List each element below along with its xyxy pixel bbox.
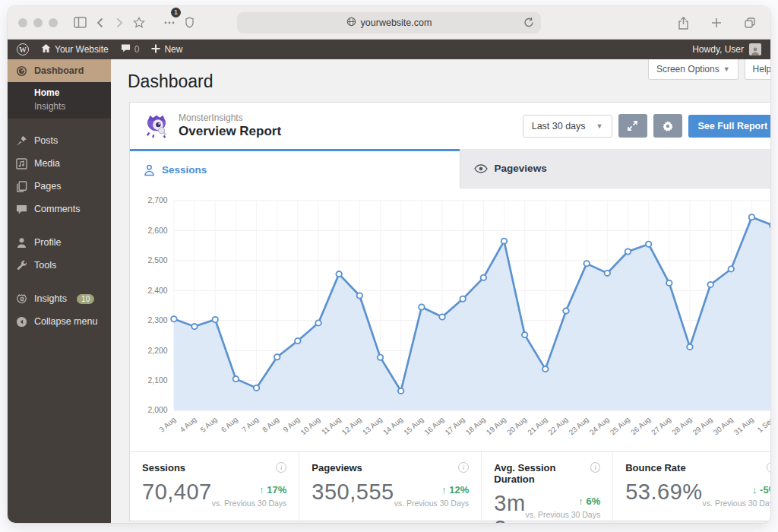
stat-comparison-label: vs. Previous 30 Days [526,510,601,519]
avatar [749,43,761,55]
site-name-label: Your Website [55,44,109,55]
extensions-menu[interactable]: 1 [160,13,179,33]
monsterinsights-icon [15,293,27,305]
bookmark-star-icon[interactable] [129,13,149,33]
sidebar-item-tools[interactable]: Tools [8,254,111,277]
sidebar-item-insights[interactable]: Insights 10 [8,287,111,310]
sidebar-item-dashboard[interactable]: Dashboard [8,59,111,82]
comments-menu[interactable]: 0 [121,43,140,55]
howdy-label: Howdy, User [692,44,744,55]
sidebar-item-label: Comments [34,204,80,214]
wp-admin-bar: W Your Website 0 New Howdy, User [8,40,770,59]
stat-value: 350,555 [312,480,394,508]
sidebar-item-collapse-menu[interactable]: Collapse menu [8,310,111,333]
collapse-icon [15,315,27,328]
svg-text:1 Sep: 1 Sep [755,415,770,434]
tools-icon [15,259,27,271]
tab-pageviews[interactable]: Pageviews [460,149,770,188]
screen-options-button[interactable]: Screen Options ▼ [648,59,738,80]
wordpress-logo-icon: W [17,43,29,55]
screen: 1 yourwebsite.com [0,0,778,532]
sidebar-item-label: Posts [34,135,58,146]
svg-text:24 Aug: 24 Aug [587,415,610,436]
profile-icon [15,236,27,249]
close-window-button[interactable] [18,18,27,27]
info-icon[interactable]: i [458,462,469,473]
address-bar[interactable]: yourwebsite.com [237,12,541,33]
stat-value: 70,407 [142,480,212,508]
minimize-window-button[interactable] [33,18,43,27]
svg-text:22 Aug: 22 Aug [546,415,569,436]
sidebar-item-pages[interactable]: Pages [8,175,111,198]
sidebar-toggle-icon[interactable] [70,13,90,33]
svg-text:25 Aug: 25 Aug [609,415,631,436]
svg-text:2,200: 2,200 [148,347,168,355]
report-settings-button[interactable] [653,114,682,138]
back-icon[interactable] [90,13,109,33]
up-arrow-icon: ↑ [259,484,264,496]
info-icon[interactable]: i [590,462,600,473]
stat-value: 3m 2s [494,491,525,523]
tab-sessions[interactable]: Sessions [130,149,460,188]
stat-comparison-label: vs. Previous 30 Days [212,499,287,508]
wp-logo-menu[interactable]: W [17,43,29,55]
site-name-menu[interactable]: Your Website [41,43,109,55]
svg-text:14 Aug: 14 Aug [381,415,404,436]
wp-admin-sidebar: Dashboard Home Insights Posts [8,59,111,523]
new-tab-icon[interactable] [707,13,726,33]
svg-text:9 Aug: 9 Aug [281,415,301,433]
see-full-report-button[interactable]: See Full Report [688,115,771,138]
chevron-down-icon: ▼ [723,65,730,73]
stat-avg-session-duration: Avg. Session Duration i 3m 2s ↑ 6% vs. P… [481,452,612,523]
new-label: New [164,44,182,55]
pages-icon [15,180,27,192]
sidebar-item-label: Media [34,158,60,169]
refresh-icon[interactable] [523,17,534,30]
new-content-menu[interactable]: New [151,44,182,55]
share-icon[interactable] [673,13,693,33]
svg-text:3 Aug: 3 Aug [157,415,177,433]
sidebar-item-label: Profile [34,237,61,248]
sidebar-item-profile[interactable]: Profile [8,231,111,254]
date-range-dropdown[interactable]: Last 30 days ▼ [523,115,612,138]
svg-text:2,100: 2,100 [148,376,168,385]
svg-text:7 Aug: 7 Aug [240,415,260,433]
insights-count-badge: 10 [77,294,94,304]
admin-content: Screen Options ▼ Help ▼ Dashboard [111,59,770,523]
my-account-menu[interactable]: Howdy, User [692,43,761,55]
info-icon[interactable]: i [767,462,770,473]
monsterinsights-report-card: MonsterInsights Overview Report Last 30 … [129,102,770,521]
report-header: MonsterInsights Overview Report Last 30 … [130,103,770,149]
submenu-item-home[interactable]: Home [34,87,111,98]
svg-text:2,300: 2,300 [148,316,168,325]
sessions-chart-container: 2,0002,1002,2002,3002,4002,5002,6002,700… [130,188,770,451]
svg-text:16 Aug: 16 Aug [422,415,445,436]
sidebar-item-comments[interactable]: Comments [8,198,111,220]
tab-label: Pageviews [495,163,547,174]
stat-value: 53.69% [625,480,702,508]
sidebar-item-posts[interactable]: Posts [8,129,111,152]
zoom-window-button[interactable] [49,18,58,27]
globe-icon [346,17,356,29]
tab-overview-icon[interactable] [740,13,760,33]
sidebar-item-media[interactable]: Media [8,152,111,175]
svg-text:30 Aug: 30 Aug [711,415,734,436]
info-icon[interactable]: i [276,462,286,473]
comment-bubble-icon [121,43,131,55]
stat-change: ↑ 12% [441,484,469,496]
window-controls[interactable] [18,18,58,27]
comments-count: 0 [134,44,140,55]
report-titles: MonsterInsights Overview Report [179,112,281,139]
help-button[interactable]: Help ▼ [745,59,770,80]
submenu-item-insights[interactable]: Insights [34,101,111,112]
svg-text:12 Aug: 12 Aug [340,415,362,436]
svg-text:2,500: 2,500 [148,257,168,265]
svg-text:5 Aug: 5 Aug [198,415,218,433]
monsterinsights-logo-icon [142,113,171,139]
svg-text:31 Aug: 31 Aug [732,415,755,436]
forward-icon[interactable] [109,13,129,33]
expand-report-button[interactable] [618,114,647,138]
stat-comparison-label: vs. Previous 30 Days [703,499,770,508]
extensions-badge: 1 [171,8,181,17]
shield-extension-icon[interactable] [179,13,199,33]
